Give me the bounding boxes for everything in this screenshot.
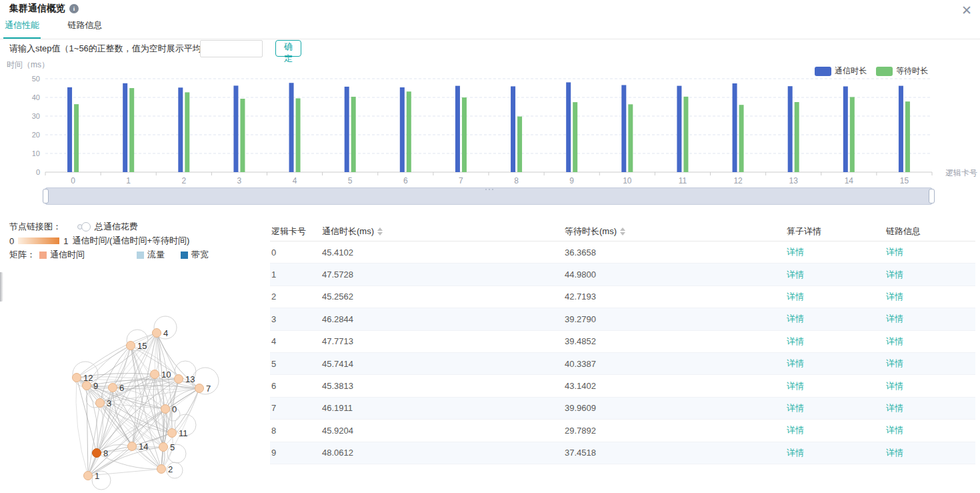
tab-link-info[interactable]: 链路信息 (66, 19, 103, 37)
sort-icon[interactable] (377, 227, 383, 235)
bar-comm-duration[interactable] (178, 87, 183, 172)
data-zoom-slider[interactable] (45, 187, 932, 205)
bar-wait-duration[interactable] (240, 99, 245, 172)
graph-node-4[interactable] (153, 329, 161, 338)
wait-duration-cell: 44.9800 (563, 270, 785, 280)
bar-comm-duration[interactable] (733, 83, 737, 172)
step-input[interactable] (200, 40, 263, 57)
graph-node-5[interactable] (159, 443, 168, 452)
bar-comm-duration[interactable] (455, 86, 460, 172)
wait-duration-cell: 43.1402 (563, 381, 785, 391)
link-info-detail-link[interactable]: 详情 (886, 448, 903, 458)
link-info-detail-link[interactable]: 详情 (886, 403, 903, 413)
operator-detail-link[interactable]: 详情 (787, 358, 804, 368)
column-header-通信时长(ms)[interactable]: 通信时长(ms) (321, 225, 563, 237)
bar-comm-duration[interactable] (233, 85, 238, 172)
bar-wait-duration[interactable] (74, 104, 79, 172)
graph-node-12[interactable] (73, 374, 81, 382)
graph-node-11[interactable] (168, 429, 177, 438)
confirm-button[interactable]: 确定 (275, 40, 301, 57)
bar-wait-duration[interactable] (407, 91, 411, 172)
bar-wait-duration[interactable] (351, 97, 356, 172)
operator-detail-link[interactable]: 详情 (787, 381, 804, 391)
node-graph-legend-title: 节点链接图： (9, 221, 61, 233)
operator-detail-link[interactable]: 详情 (787, 270, 804, 280)
operator-detail-link[interactable]: 详情 (787, 292, 804, 302)
graph-node-1[interactable] (84, 472, 93, 480)
link-info-detail-link[interactable]: 详情 (886, 381, 903, 391)
bar-comm-duration[interactable] (123, 83, 127, 172)
bar-comm-duration[interactable] (677, 86, 681, 172)
bar-comm-duration[interactable] (511, 86, 515, 172)
bar-wait-duration[interactable] (129, 88, 134, 172)
graph-node-9[interactable] (83, 382, 91, 390)
link-info-detail-link[interactable]: 详情 (886, 358, 903, 368)
bar-wait-duration[interactable] (185, 92, 189, 172)
x-tick-label: 5 (348, 176, 353, 185)
operator-detail-link[interactable]: 详情 (787, 336, 804, 346)
bar-wait-duration[interactable] (628, 104, 633, 172)
graph-node-13[interactable] (175, 375, 183, 384)
graph-node-10[interactable] (151, 370, 159, 379)
graph-node-0[interactable] (161, 405, 170, 414)
matrix-swatch-icon (137, 252, 144, 259)
node-graph-legend: 节点链接图： 总通信花费 0 1 通信时间/(通信时间+等待时间) 矩阵： 通信… (9, 220, 221, 262)
sort-icon[interactable] (620, 227, 625, 235)
graph-node-7[interactable] (195, 384, 204, 393)
bar-comm-duration[interactable] (788, 86, 793, 172)
column-header-等待时长(ms)[interactable]: 等待时长(ms) (563, 225, 785, 237)
table-row: 447.771339.4852详情详情 (270, 331, 975, 353)
slider-grip-icon[interactable] (489, 189, 490, 190)
slider-left-handle[interactable] (43, 189, 49, 203)
bar-wait-duration[interactable] (795, 102, 799, 172)
bar-comm-duration[interactable] (289, 83, 294, 172)
bar-comm-duration[interactable] (400, 87, 405, 172)
link-info-detail-link[interactable]: 详情 (886, 314, 903, 324)
bar-comm-duration[interactable] (621, 85, 626, 172)
bar-wait-duration[interactable] (573, 102, 577, 172)
operator-detail-link[interactable]: 详情 (787, 403, 804, 413)
bar-wait-duration[interactable] (517, 117, 522, 172)
x-tick-label: 12 (733, 176, 743, 185)
bar-comm-duration[interactable] (899, 86, 903, 172)
link-info-detail-link[interactable]: 详情 (886, 425, 903, 435)
card-id-cell: 8 (270, 426, 321, 436)
operator-detail-link[interactable]: 详情 (787, 448, 804, 458)
operator-detail-link[interactable]: 详情 (787, 314, 804, 324)
link-info-detail-link[interactable]: 详情 (886, 336, 903, 346)
graph-node-2[interactable] (157, 465, 166, 474)
link-info-detail-link[interactable]: 详情 (886, 247, 903, 257)
bar-wait-duration[interactable] (462, 97, 467, 172)
graph-edge (87, 386, 88, 476)
bar-wait-duration[interactable] (850, 97, 855, 172)
bar-wait-duration[interactable] (683, 97, 688, 172)
table-row: 545.741440.3387详情详情 (270, 353, 975, 375)
x-tick-label: 15 (900, 176, 909, 185)
graph-node-6[interactable] (109, 384, 117, 392)
graph-node-3[interactable] (96, 399, 105, 408)
bar-wait-duration[interactable] (296, 98, 301, 172)
slider-right-handle[interactable] (929, 189, 935, 203)
info-icon[interactable]: i (69, 4, 79, 13)
link-info-detail-link[interactable]: 详情 (886, 292, 903, 302)
graph-node-8[interactable] (93, 449, 101, 458)
y-tick-label: 30 (32, 112, 40, 120)
bar-wait-duration[interactable] (905, 101, 910, 172)
comm-duration-cell: 45.2562 (321, 292, 563, 302)
bar-wait-duration[interactable] (739, 105, 744, 172)
operator-detail-link[interactable]: 详情 (787, 425, 804, 435)
bar-comm-duration[interactable] (566, 82, 571, 172)
x-tick-label: 3 (237, 176, 242, 185)
graph-node-label: 1 (95, 471, 99, 481)
graph-node-15[interactable] (127, 342, 135, 350)
bar-comm-duration[interactable] (67, 87, 72, 172)
link-info-detail-link[interactable]: 详情 (886, 270, 903, 280)
close-icon[interactable]: ✕ (961, 4, 972, 17)
graph-node-label: 7 (206, 384, 211, 394)
tab-communication-performance[interactable]: 通信性能 (3, 19, 41, 39)
bar-comm-duration[interactable] (843, 86, 848, 172)
graph-node-label: 14 (139, 442, 148, 452)
bar-comm-duration[interactable] (345, 87, 349, 172)
operator-detail-link[interactable]: 详情 (787, 247, 804, 257)
graph-node-14[interactable] (128, 442, 137, 451)
